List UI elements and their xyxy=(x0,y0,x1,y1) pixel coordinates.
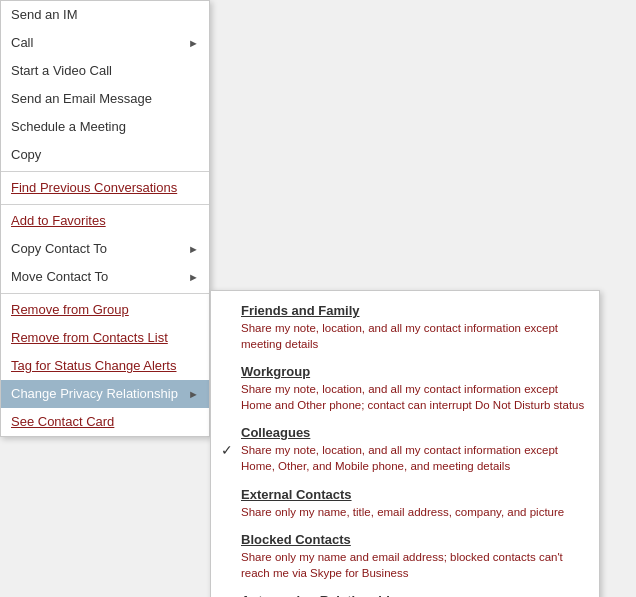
submenu-external-title: External Contacts xyxy=(241,487,585,502)
menu-item-find-convos[interactable]: Find Previous Conversations xyxy=(1,174,209,202)
menu-item-add-favorites[interactable]: Add to Favorites xyxy=(1,207,209,235)
change-privacy-arrow-icon: ► xyxy=(188,384,199,404)
menu-item-call[interactable]: Call ► xyxy=(1,29,209,57)
menu-item-change-privacy[interactable]: Change Privacy Relationship ► xyxy=(1,380,209,408)
submenu-external-desc: Share only my name, title, email address… xyxy=(241,506,564,518)
menu-item-email-label: Send an Email Message xyxy=(11,89,152,109)
separator-1 xyxy=(1,171,209,172)
submenu-item-colleagues[interactable]: ✓ Colleagues Share my note, location, an… xyxy=(211,419,599,480)
submenu-colleagues-title: Colleagues xyxy=(241,425,585,440)
menu-item-tag-status[interactable]: Tag for Status Change Alerts xyxy=(1,352,209,380)
submenu-workgroup-desc: Share my note, location, and all my cont… xyxy=(241,383,584,411)
menu-item-remove-group-label: Remove from Group xyxy=(11,300,129,320)
submenu-item-friends-family[interactable]: Friends and Family Share my note, locati… xyxy=(211,297,599,358)
separator-3 xyxy=(1,293,209,294)
menu-item-find-convos-label: Find Previous Conversations xyxy=(11,178,177,198)
call-arrow-icon: ► xyxy=(188,33,199,53)
privacy-submenu: Friends and Family Share my note, locati… xyxy=(210,290,600,597)
menu-item-call-label: Call xyxy=(11,33,33,53)
submenu-friends-family-title: Friends and Family xyxy=(241,303,585,318)
submenu-colleagues-desc: Share my note, location, and all my cont… xyxy=(241,444,558,472)
menu-item-send-im[interactable]: Send an IM xyxy=(1,1,209,29)
menu-item-see-contact[interactable]: See Contact Card xyxy=(1,408,209,436)
submenu-blocked-title: Blocked Contacts xyxy=(241,532,585,547)
menu-item-see-contact-label: See Contact Card xyxy=(11,412,114,432)
menu-item-email[interactable]: Send an Email Message xyxy=(1,85,209,113)
submenu-workgroup-title: Workgroup xyxy=(241,364,585,379)
menu-item-move-contact-label: Move Contact To xyxy=(11,267,108,287)
submenu-friends-family-desc: Share my note, location, and all my cont… xyxy=(241,322,558,350)
menu-item-video-call-label: Start a Video Call xyxy=(11,61,112,81)
separator-2 xyxy=(1,204,209,205)
submenu-item-external[interactable]: External Contacts Share only my name, ti… xyxy=(211,481,599,526)
menu-item-send-im-label: Send an IM xyxy=(11,5,78,25)
menu-item-add-favorites-label: Add to Favorites xyxy=(11,211,106,231)
menu-item-remove-contacts-label: Remove from Contacts List xyxy=(11,328,168,348)
menu-item-schedule-label: Schedule a Meeting xyxy=(11,117,126,137)
menu-item-move-contact[interactable]: Move Contact To ► xyxy=(1,263,209,291)
submenu-item-workgroup[interactable]: Workgroup Share my note, location, and a… xyxy=(211,358,599,419)
submenu-auto-assign-title: Auto-assign Relationship xyxy=(241,593,585,597)
submenu-item-auto-assign[interactable]: Auto-assign Relationship Reset this priv… xyxy=(211,587,599,597)
menu-item-schedule[interactable]: Schedule a Meeting xyxy=(1,113,209,141)
context-menu: Send an IM Call ► Start a Video Call Sen… xyxy=(0,0,210,437)
menu-item-remove-contacts[interactable]: Remove from Contacts List xyxy=(1,324,209,352)
menu-item-change-privacy-label: Change Privacy Relationship xyxy=(11,384,178,404)
menu-item-copy-label: Copy xyxy=(11,145,41,165)
menu-item-tag-status-label: Tag for Status Change Alerts xyxy=(11,356,176,376)
submenu-blocked-desc: Share only my name and email address; bl… xyxy=(241,551,563,579)
submenu-item-blocked[interactable]: Blocked Contacts Share only my name and … xyxy=(211,526,599,587)
menu-item-remove-group[interactable]: Remove from Group xyxy=(1,296,209,324)
menu-item-video-call[interactable]: Start a Video Call xyxy=(1,57,209,85)
move-contact-arrow-icon: ► xyxy=(188,267,199,287)
menu-item-copy-contact-label: Copy Contact To xyxy=(11,239,107,259)
menu-item-copy-contact[interactable]: Copy Contact To ► xyxy=(1,235,209,263)
copy-contact-arrow-icon: ► xyxy=(188,239,199,259)
checkmark-icon: ✓ xyxy=(221,442,233,458)
menu-item-copy[interactable]: Copy xyxy=(1,141,209,169)
